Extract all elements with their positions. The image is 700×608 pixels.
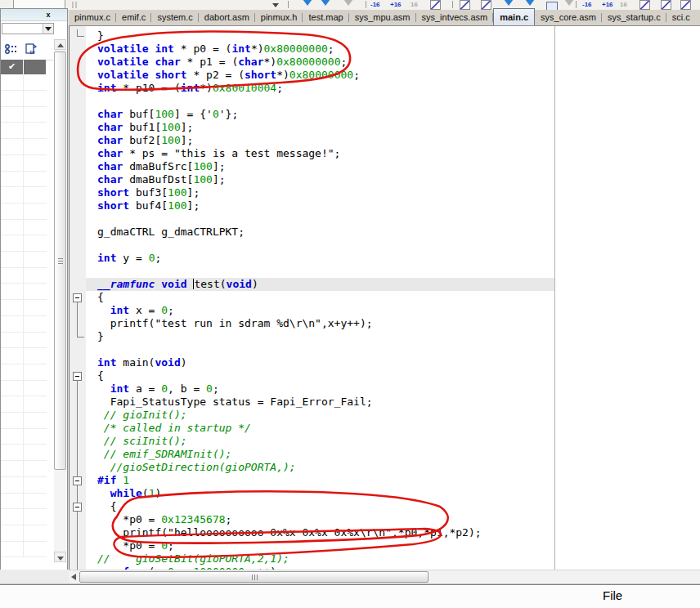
toolbar-slash-icon[interactable] [680,0,691,10]
toolbar-slash-icon[interactable] [481,0,491,10]
horizontal-scrollbar-thumb[interactable] [79,571,429,583]
fold-toggle-icon[interactable] [73,476,82,485]
code-line: // emif_SDRAMInit(); [70,448,554,461]
scroll-down-icon[interactable] [54,552,66,562]
fold-margin [70,539,86,552]
toolbar-slash-icon[interactable] [460,0,470,10]
table-row[interactable] [1,300,47,316]
fold-toggle-icon[interactable] [73,503,82,512]
toolbar-hex-gray-icon[interactable]: 16 [620,1,627,8]
file-menu-label[interactable]: File [603,588,622,602]
table-row[interactable] [1,396,47,413]
table-row[interactable] [1,74,47,91]
code-line-text: g_dmaCTRL g_dmaCTRLPKT; [86,226,554,239]
toolbar-funnel-icon[interactable] [504,0,514,6]
tab-sci.c[interactable]: sci.c [666,10,696,25]
table-row[interactable] [1,155,47,172]
tab-sys_core.asm[interactable]: sys_core.asm [535,10,602,25]
table-row[interactable] [1,91,47,107]
toolbar-funnel-icon[interactable] [303,0,312,6]
table-row[interactable] [1,252,47,268]
toolbar-book-icon[interactable] [546,2,558,10]
code-line: volatile int * p0 = (int*)0x80000000; [70,42,554,56]
table-row[interactable] [1,428,47,445]
toolbar-hex-icon[interactable]: -16 [582,1,592,8]
table-row[interactable] [1,267,47,284]
table-row[interactable] [1,123,47,139]
tab-pinmux.c[interactable]: pinmux.c [69,10,116,25]
toolbar-hex-icon[interactable]: +16 [602,1,613,8]
table-row[interactable] [1,413,47,429]
symbols-column-icon[interactable] [4,42,17,56]
table-row[interactable] [1,461,47,477]
fold-margin [70,461,86,474]
table-row[interactable] [1,219,47,235]
tab-main.c[interactable]: main.c [493,8,535,25]
checked-cell-2[interactable] [24,60,46,74]
tab-test.map[interactable]: test.map [303,10,348,25]
tab-pinmux.h[interactable]: pinmux.h [255,10,303,25]
tab-system.c[interactable]: system.c [151,10,198,25]
code-editor[interactable]: }volatile int * p0 = (int*)0x80000000;vo… [69,26,554,570]
code-line: printf("helloooooooooo 0x%x 0x%x 0x%x\r\… [70,526,554,539]
checked-cell[interactable]: ✔ [1,60,23,74]
scroll-up-icon[interactable] [54,39,66,50]
address-column-icon[interactable]: 10 [25,42,38,56]
toolbar-caret-icon[interactable] [272,3,279,10]
code-line: char buf2[100]; [70,134,554,147]
tab-emif.c[interactable]: emif.c [116,10,151,25]
toolbar-hex-icon[interactable]: +16 [390,1,402,8]
table-row[interactable] [1,541,47,557]
table-row[interactable] [1,106,47,123]
panel-filter-dropdown[interactable] [2,23,54,34]
table-row[interactable] [1,493,47,509]
toolbar-slash-icon[interactable] [430,0,441,10]
toolbar-funnel-icon[interactable] [321,0,330,6]
table-row[interactable] [1,316,47,333]
table-row[interactable] [1,477,47,494]
table-row[interactable] [1,445,47,461]
chevron-down-icon[interactable] [43,24,53,34]
toolbar-slash-icon[interactable] [639,0,650,10]
code-line-text [86,343,554,356]
code-line: volatile char * p1 = (char*)0x80000000; [70,56,554,69]
horizontal-scrollbar[interactable] [69,570,700,583]
tab-sys_intvecs.asm[interactable]: sys_intvecs.asm [416,10,494,25]
toolbar-slash-icon[interactable] [661,0,671,10]
table-row[interactable] [1,139,47,155]
empty-editor-pane[interactable] [555,26,700,570]
code-line: short buf3[100]; [70,186,554,199]
fold-margin [70,566,86,570]
toolbar-funnel-icon[interactable] [525,0,535,6]
table-row[interactable] [1,187,47,203]
table-row[interactable] [1,364,47,381]
tab-dabort.asm[interactable]: dabort.asm [199,10,255,25]
panel-scrollbar-thumb[interactable] [54,51,66,470]
scroll-left-icon[interactable] [69,571,79,583]
toolbar-funnel-gray-icon[interactable] [343,0,353,6]
table-row[interactable] [1,380,47,396]
toolbar-hex-icon[interactable]: -16 [370,1,380,8]
code-line-text: volatile int * p0 = (int*)0x80000000; [86,42,554,56]
table-row[interactable] [1,284,47,300]
tab-sys_startup.c[interactable]: sys_startup.c [602,10,666,25]
toolbar-funnel-gray-icon[interactable] [564,0,574,6]
fold-toggle-icon[interactable] [73,293,82,302]
code-line-text: /* called in startup */ [86,422,554,435]
fold-margin [70,134,86,147]
panel-scrollbar[interactable] [54,39,66,562]
fold-toggle-icon[interactable] [73,372,82,381]
table-row[interactable] [1,235,47,252]
toolbar-hex-gray-icon[interactable]: 16 [411,1,418,8]
code-line: *p0 = 0x12345678; [70,513,554,526]
table-row[interactable] [1,171,47,187]
code-line [70,212,554,226]
table-row[interactable] [1,332,47,348]
table-row[interactable] [1,525,47,542]
table-row[interactable] [1,203,47,220]
table-row[interactable] [1,509,47,525]
tab-sys_mpu.asm[interactable]: sys_mpu.asm [349,10,416,25]
close-icon[interactable]: x [43,10,53,20]
table-row[interactable] [1,348,47,364]
table-row[interactable]: ✔ [1,60,47,74]
